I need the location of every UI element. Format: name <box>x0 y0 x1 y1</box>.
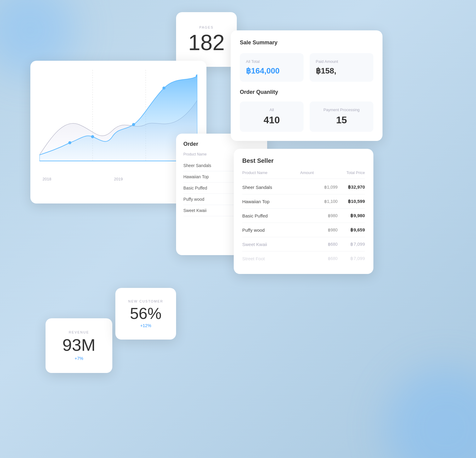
order-quantity-title: Order Quanlity <box>240 89 373 95</box>
bs-name-4: Sweet Kwaii <box>242 242 313 247</box>
chart-area: 2018 2019 2020 <box>39 70 197 191</box>
quantity-row: All 410 Payment Processing 15 <box>240 101 373 132</box>
svg-point-3 <box>68 141 71 144</box>
best-seller-header: Product Name Amount Total Price <box>242 170 365 179</box>
pages-value: 182 <box>188 32 225 53</box>
all-quantity-value: 410 <box>246 114 298 126</box>
best-seller-card: Best Seller Product Name Amount Total Pr… <box>234 149 373 274</box>
revenue-value: 93M <box>63 337 96 354</box>
paid-amount-label: Paid Amount <box>316 59 367 64</box>
bs-total-1: ฿10,599 <box>338 199 365 204</box>
bs-col-amount: Amount <box>300 170 314 175</box>
bs-total-2: ฿9,980 <box>338 213 365 218</box>
summary-row: All Total ฿164,000 Paid Amount ฿158, <box>240 53 373 82</box>
paid-amount-item: Paid Amount ฿158, <box>310 53 373 82</box>
order-item-name-3: Puffy wood <box>183 197 204 202</box>
order-title: Order <box>183 141 260 147</box>
sale-summary-title: Sale Summary <box>240 39 373 46</box>
pages-card: PAGES 182 <box>176 12 237 67</box>
svg-point-6 <box>162 87 165 90</box>
chart-x-labels: 2018 2019 2020 <box>39 177 197 181</box>
decorative-blob-1 <box>385 367 476 458</box>
bs-amount-3: ฿980 <box>313 227 338 232</box>
order-item-name-4: Sweet Kwaii <box>183 208 206 213</box>
all-quantity-item: All 410 <box>240 101 304 132</box>
svg-point-5 <box>132 123 135 126</box>
bs-name-3: Puffy wood <box>242 227 313 233</box>
bs-row-1: Hawaiian Top ฿1,100 ฿10,599 <box>242 194 365 209</box>
bs-amount-5: ฿680 <box>313 256 338 261</box>
order-item-name-2: Basic Puffed <box>183 186 207 190</box>
bs-amount-4: ฿680 <box>313 242 338 247</box>
bs-name-0: Sheer Sandals <box>242 185 313 190</box>
all-total-item: All Total ฿164,000 <box>240 53 304 82</box>
chart-x-2018: 2018 <box>42 177 51 181</box>
new-customer-card: NEW CUSTOMER 56% +12% <box>115 288 176 340</box>
bs-total-0: ฿32,970 <box>338 184 365 190</box>
revenue-label: REVENUE <box>69 330 89 334</box>
payment-processing-item: Payment Processing 15 <box>310 101 373 132</box>
all-total-value: ฿164,000 <box>246 66 298 76</box>
bs-amount-1: ฿1,100 <box>313 199 338 204</box>
pages-label: PAGES <box>199 26 213 29</box>
all-total-label: All Total <box>246 59 298 64</box>
bs-amount-0: ฿1,099 <box>313 185 338 190</box>
bs-row-2: Basic Puffed ฿980 ฿9,980 <box>242 209 365 223</box>
order-quantity-section: Order Quanlity All 410 Payment Processin… <box>240 89 373 132</box>
order-item-name-1: Hawaiian Top <box>183 174 209 179</box>
bs-col-product: Product Name <box>242 170 267 175</box>
paid-amount-value: ฿158, <box>316 66 367 76</box>
all-quantity-label: All <box>246 108 298 112</box>
bs-row-5: Street Foot ฿680 ฿7,099 <box>242 251 365 265</box>
payment-processing-value: 15 <box>316 114 367 126</box>
new-customer-change: +12% <box>140 323 151 328</box>
bs-amount-2: ฿980 <box>313 213 338 218</box>
chart-svg <box>39 70 197 173</box>
svg-point-4 <box>91 135 94 138</box>
payment-processing-label: Payment Processing <box>316 108 367 112</box>
bs-row-3: Puffy wood ฿980 ฿9,659 <box>242 223 365 237</box>
bs-name-5: Street Foot <box>242 256 313 261</box>
bs-total-3: ฿9,659 <box>338 227 365 233</box>
new-customer-value: 56% <box>130 306 162 321</box>
sale-summary-card: Sale Summary All Total ฿164,000 Paid Amo… <box>231 30 382 141</box>
new-customer-label: NEW CUSTOMER <box>128 299 163 303</box>
bs-total-4: ฿7,099 <box>338 241 365 247</box>
best-seller-title: Best Seller <box>242 157 365 164</box>
revenue-change: +7% <box>75 356 83 361</box>
revenue-card: REVENUE 93M +7% <box>46 318 112 373</box>
bs-row-4: Sweet Kwaii ฿680 ฿7,099 <box>242 237 365 251</box>
bs-name-2: Basic Puffed <box>242 213 313 218</box>
bs-total-5: ฿7,099 <box>338 256 365 261</box>
chart-x-2019: 2019 <box>114 177 123 181</box>
order-item-name-0: Sheer Sandals <box>183 163 211 168</box>
bs-name-1: Hawaiian Top <box>242 199 313 204</box>
bs-col-total: Total Price <box>346 170 365 175</box>
bs-row-0: Sheer Sandals ฿1,099 ฿32,970 <box>242 180 365 194</box>
